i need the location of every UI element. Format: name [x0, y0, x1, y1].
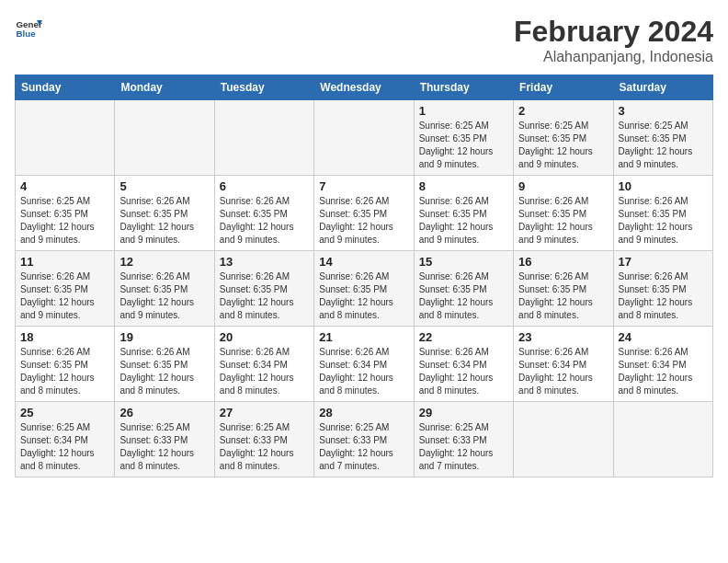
day-info: Sunrise: 6:25 AM Sunset: 6:33 PM Dayligh…	[119, 421, 209, 473]
day-number: 11	[20, 255, 109, 269]
day-info: Sunrise: 6:26 AM Sunset: 6:35 PM Dayligh…	[119, 195, 209, 247]
day-number: 12	[119, 255, 209, 269]
day-info: Sunrise: 6:26 AM Sunset: 6:35 PM Dayligh…	[119, 270, 209, 322]
calendar-cell	[115, 100, 214, 176]
calendar-cell: 23Sunrise: 6:26 AM Sunset: 6:34 PM Dayli…	[514, 327, 613, 402]
logo: General Blue	[15, 15, 42, 42]
calendar-cell: 1Sunrise: 6:25 AM Sunset: 6:35 PM Daylig…	[414, 100, 513, 176]
day-info: Sunrise: 6:25 AM Sunset: 6:33 PM Dayligh…	[220, 421, 309, 473]
logo-icon: General Blue	[15, 15, 42, 42]
day-info: Sunrise: 6:26 AM Sunset: 6:34 PM Dayligh…	[419, 346, 508, 397]
calendar-cell: 14Sunrise: 6:26 AM Sunset: 6:35 PM Dayli…	[314, 251, 414, 327]
day-info: Sunrise: 6:26 AM Sunset: 6:35 PM Dayligh…	[20, 270, 109, 322]
calendar-cell	[314, 100, 414, 176]
calendar-cell	[613, 402, 712, 477]
calendar-cell: 5Sunrise: 6:26 AM Sunset: 6:35 PM Daylig…	[115, 176, 214, 251]
day-info: Sunrise: 6:26 AM Sunset: 6:35 PM Dayligh…	[518, 195, 608, 247]
day-info: Sunrise: 6:26 AM Sunset: 6:35 PM Dayligh…	[619, 195, 708, 247]
calendar-cell	[16, 100, 115, 176]
day-header-monday: Monday	[115, 75, 214, 100]
day-number: 7	[319, 179, 408, 193]
day-number: 17	[619, 255, 708, 269]
day-header-thursday: Thursday	[414, 75, 513, 100]
day-number: 13	[220, 255, 309, 269]
calendar-cell: 15Sunrise: 6:26 AM Sunset: 6:35 PM Dayli…	[414, 251, 513, 327]
day-header-friday: Friday	[514, 75, 613, 100]
calendar-week-row: 4Sunrise: 6:25 AM Sunset: 6:35 PM Daylig…	[16, 176, 713, 251]
calendar-title: February 2024	[514, 15, 713, 49]
day-info: Sunrise: 6:26 AM Sunset: 6:34 PM Dayligh…	[619, 346, 708, 397]
day-number: 14	[319, 255, 408, 269]
day-number: 27	[220, 406, 309, 419]
day-info: Sunrise: 6:25 AM Sunset: 6:35 PM Dayligh…	[518, 120, 608, 171]
day-number: 25	[20, 406, 109, 419]
day-number: 9	[518, 179, 608, 193]
day-info: Sunrise: 6:25 AM Sunset: 6:35 PM Dayligh…	[20, 195, 109, 247]
day-info: Sunrise: 6:26 AM Sunset: 6:34 PM Dayligh…	[518, 346, 608, 397]
calendar-cell: 21Sunrise: 6:26 AM Sunset: 6:34 PM Dayli…	[314, 327, 414, 402]
calendar-cell: 12Sunrise: 6:26 AM Sunset: 6:35 PM Dayli…	[115, 251, 214, 327]
day-number: 16	[518, 255, 608, 269]
day-info: Sunrise: 6:26 AM Sunset: 6:34 PM Dayligh…	[319, 346, 408, 397]
day-header-wednesday: Wednesday	[314, 75, 414, 100]
day-info: Sunrise: 6:25 AM Sunset: 6:35 PM Dayligh…	[419, 120, 508, 171]
calendar-cell: 3Sunrise: 6:25 AM Sunset: 6:35 PM Daylig…	[613, 100, 712, 176]
day-info: Sunrise: 6:26 AM Sunset: 6:35 PM Dayligh…	[419, 270, 508, 322]
calendar-week-row: 18Sunrise: 6:26 AM Sunset: 6:35 PM Dayli…	[16, 327, 713, 402]
calendar-cell: 8Sunrise: 6:26 AM Sunset: 6:35 PM Daylig…	[414, 176, 513, 251]
day-info: Sunrise: 6:25 AM Sunset: 6:35 PM Dayligh…	[619, 120, 708, 171]
day-number: 6	[220, 179, 309, 193]
day-info: Sunrise: 6:26 AM Sunset: 6:35 PM Dayligh…	[220, 270, 309, 322]
calendar-body: 1Sunrise: 6:25 AM Sunset: 6:35 PM Daylig…	[16, 100, 713, 477]
calendar-cell	[514, 402, 613, 477]
calendar-cell: 26Sunrise: 6:25 AM Sunset: 6:33 PM Dayli…	[115, 402, 214, 477]
calendar-week-row: 1Sunrise: 6:25 AM Sunset: 6:35 PM Daylig…	[16, 100, 713, 176]
calendar-cell: 29Sunrise: 6:25 AM Sunset: 6:33 PM Dayli…	[414, 402, 513, 477]
day-number: 18	[20, 330, 109, 344]
day-number: 21	[319, 330, 408, 344]
day-number: 24	[619, 330, 708, 344]
calendar-week-row: 11Sunrise: 6:26 AM Sunset: 6:35 PM Dayli…	[16, 251, 713, 327]
calendar-cell: 2Sunrise: 6:25 AM Sunset: 6:35 PM Daylig…	[514, 100, 613, 176]
day-number: 4	[20, 179, 109, 193]
calendar-cell: 19Sunrise: 6:26 AM Sunset: 6:35 PM Dayli…	[115, 327, 214, 402]
calendar-cell: 24Sunrise: 6:26 AM Sunset: 6:34 PM Dayli…	[613, 327, 712, 402]
day-number: 29	[419, 406, 508, 419]
calendar-cell: 25Sunrise: 6:25 AM Sunset: 6:34 PM Dayli…	[16, 402, 115, 477]
calendar-cell: 6Sunrise: 6:26 AM Sunset: 6:35 PM Daylig…	[214, 176, 313, 251]
day-number: 8	[419, 179, 508, 193]
day-info: Sunrise: 6:26 AM Sunset: 6:35 PM Dayligh…	[220, 195, 309, 247]
header: General Blue February 2024 Alahanpanjang…	[15, 15, 713, 65]
day-header-sunday: Sunday	[16, 75, 115, 100]
day-info: Sunrise: 6:26 AM Sunset: 6:35 PM Dayligh…	[119, 346, 209, 397]
day-number: 28	[319, 406, 408, 419]
calendar-cell: 17Sunrise: 6:26 AM Sunset: 6:35 PM Dayli…	[613, 251, 712, 327]
calendar-cell: 9Sunrise: 6:26 AM Sunset: 6:35 PM Daylig…	[514, 176, 613, 251]
calendar-cell: 11Sunrise: 6:26 AM Sunset: 6:35 PM Dayli…	[16, 251, 115, 327]
day-info: Sunrise: 6:26 AM Sunset: 6:35 PM Dayligh…	[419, 195, 508, 247]
day-number: 22	[419, 330, 508, 344]
day-number: 5	[119, 179, 209, 193]
calendar-cell: 16Sunrise: 6:26 AM Sunset: 6:35 PM Dayli…	[514, 251, 613, 327]
day-number: 3	[619, 104, 708, 118]
day-number: 1	[419, 104, 508, 118]
calendar-header-row: SundayMondayTuesdayWednesdayThursdayFrid…	[16, 75, 713, 100]
day-info: Sunrise: 6:25 AM Sunset: 6:34 PM Dayligh…	[20, 421, 109, 473]
calendar-cell: 18Sunrise: 6:26 AM Sunset: 6:35 PM Dayli…	[16, 327, 115, 402]
calendar-cell: 22Sunrise: 6:26 AM Sunset: 6:34 PM Dayli…	[414, 327, 513, 402]
day-number: 10	[619, 179, 708, 193]
day-number: 19	[119, 330, 209, 344]
day-number: 2	[518, 104, 608, 118]
day-header-saturday: Saturday	[613, 75, 712, 100]
calendar-cell: 4Sunrise: 6:25 AM Sunset: 6:35 PM Daylig…	[16, 176, 115, 251]
svg-text:Blue: Blue	[17, 29, 37, 39]
calendar-cell: 13Sunrise: 6:26 AM Sunset: 6:35 PM Dayli…	[214, 251, 313, 327]
day-info: Sunrise: 6:26 AM Sunset: 6:35 PM Dayligh…	[20, 346, 109, 397]
day-header-tuesday: Tuesday	[214, 75, 313, 100]
day-info: Sunrise: 6:25 AM Sunset: 6:33 PM Dayligh…	[419, 421, 508, 473]
day-info: Sunrise: 6:26 AM Sunset: 6:35 PM Dayligh…	[319, 270, 408, 322]
day-info: Sunrise: 6:25 AM Sunset: 6:33 PM Dayligh…	[319, 421, 408, 473]
day-info: Sunrise: 6:26 AM Sunset: 6:34 PM Dayligh…	[220, 346, 309, 397]
calendar-cell: 20Sunrise: 6:26 AM Sunset: 6:34 PM Dayli…	[214, 327, 313, 402]
day-info: Sunrise: 6:26 AM Sunset: 6:35 PM Dayligh…	[619, 270, 708, 322]
